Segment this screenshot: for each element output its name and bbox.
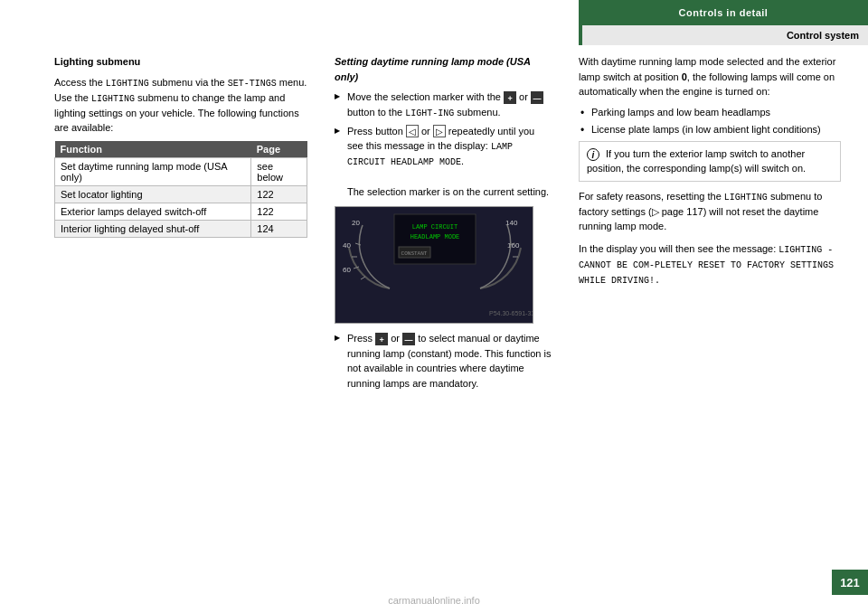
function-cell: Exterior lamps delayed switch-off	[55, 203, 251, 220]
lamp-circuit-mono: LAMP CIRCUIT HEADLAMP MODE	[347, 142, 513, 167]
bullet-1: Move the selection marker with the + or …	[335, 90, 552, 120]
table-row: Exterior lamps delayed switch-off122	[55, 203, 307, 220]
middle-bullets: Move the selection marker with the + or …	[335, 90, 552, 199]
svg-text:CONSTANT: CONSTANT	[401, 250, 428, 257]
plus-icon: +	[504, 91, 516, 104]
left-arrow-icon: ◁	[406, 125, 419, 137]
info-text: If you turn the exterior lamp switch to …	[587, 148, 806, 174]
lighting-mono2: LIGHTING	[91, 94, 135, 104]
page-cell: see below	[251, 157, 307, 185]
middle-column: Setting daytime running lamp mode (USA o…	[335, 54, 552, 559]
page-cell: 124	[251, 220, 307, 237]
left-heading: Lighting submenu	[54, 54, 307, 70]
lighting-mono: LIGHTING	[106, 79, 149, 89]
cannot-reset-mono: LIGHTING - CANNOT BE COM-PLETELY RESET T…	[579, 245, 834, 286]
table-row: Set locator lighting122	[55, 185, 307, 203]
content-area: Lighting submenu Access the LIGHTING sub…	[54, 54, 868, 559]
lighting-mono4: LIGHTING	[724, 193, 768, 203]
left-column: Lighting submenu Access the LIGHTING sub…	[54, 54, 307, 559]
subheader-title: Control system	[787, 30, 859, 41]
minus-icon2: —	[402, 333, 415, 345]
page-number: 121	[832, 570, 868, 595]
sub-bullet-item: Parking lamps and low beam headlamps	[579, 105, 841, 120]
table-row: Set daytime running lamp mode (USA only)…	[55, 157, 307, 185]
minus-icon: —	[531, 91, 543, 104]
dashboard-image: 20 40 60 140 160 LAMP CI	[335, 206, 533, 324]
table-row: Interior lighting delayed shut-off124	[55, 220, 307, 237]
plus-icon2: +	[375, 333, 388, 345]
position-bold: 0	[682, 71, 687, 82]
dashboard-svg: 20 40 60 140 160 LAMP CI	[335, 207, 533, 324]
col-function-header: Function	[55, 141, 251, 158]
right-column: With daytime running lamp mode selected …	[579, 54, 868, 559]
function-cell: Interior lighting delayed shut-off	[55, 220, 251, 237]
svg-text:HEADLAMP MODE: HEADLAMP MODE	[410, 233, 460, 240]
svg-text:P54.30-6591-31: P54.30-6591-31	[489, 310, 533, 316]
sub-bullet-item: License plate lamps (in low ambient ligh…	[579, 122, 841, 137]
info-icon: i	[587, 148, 599, 161]
header-bar: Controls in detail	[579, 0, 868, 25]
header-title: Controls in detail	[679, 7, 769, 18]
display-message: In the display you will then see the mes…	[579, 241, 841, 288]
page-cell: 122	[251, 203, 307, 220]
bullet-3: Press + or — to select manual or daytime…	[335, 331, 552, 391]
right-intro: With daytime running lamp mode selected …	[579, 54, 841, 99]
page-cell: 122	[251, 185, 307, 203]
col-page-header: Page	[251, 141, 307, 158]
lighting-mono3: LIGHT-ING	[405, 108, 454, 118]
svg-text:60: 60	[343, 266, 351, 274]
svg-text:20: 20	[352, 219, 360, 227]
subheader-bar: Control system	[579, 25, 868, 45]
left-intro: Access the LIGHTING submenu via the SET-…	[54, 75, 307, 136]
right-sub-bullets: Parking lamps and low beam headlampsLice…	[579, 105, 841, 137]
svg-text:160: 160	[507, 241, 520, 250]
info-box: i If you turn the exterior lamp switch t…	[579, 141, 841, 182]
middle-heading: Setting daytime running lamp mode (USA o…	[335, 54, 552, 84]
bullet-2: Press button ◁ or ▷ repeatedly until you…	[335, 124, 552, 200]
function-cell: Set daytime running lamp mode (USA only)	[55, 157, 251, 185]
settings-mono: SET-TINGS	[228, 79, 277, 89]
middle-bullets-2: Press + or — to select manual or daytime…	[335, 331, 552, 391]
safety-text: For safety reasons, resetting the LIGHTI…	[579, 189, 841, 234]
function-table: Function Page Set daytime running lamp m…	[54, 141, 307, 238]
svg-text:LAMP CIRCUIT: LAMP CIRCUIT	[412, 223, 458, 231]
function-cell: Set locator lighting	[55, 185, 251, 203]
watermark: carmanualonline.info	[388, 595, 480, 606]
right-arrow-icon: ▷	[433, 125, 446, 137]
